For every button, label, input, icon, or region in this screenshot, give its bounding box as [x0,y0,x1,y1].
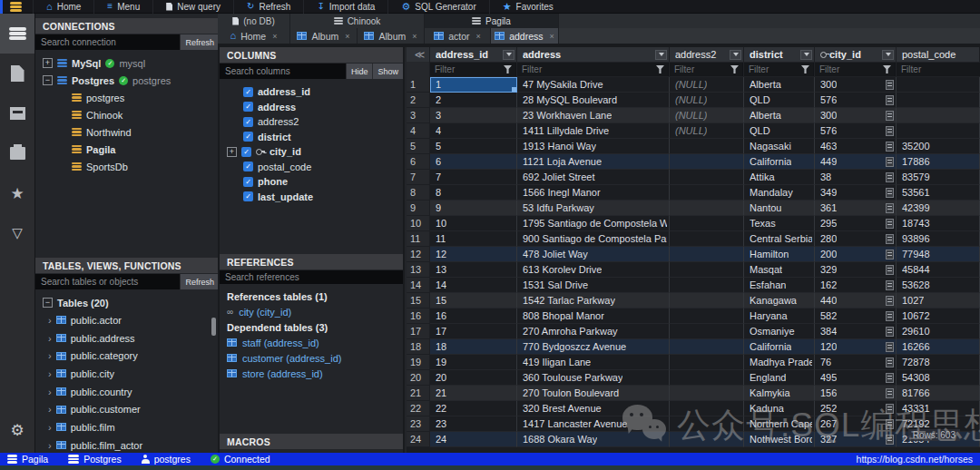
grid-cell-postal_code[interactable] [897,108,980,123]
grid-cell-postal_code[interactable]: 93896 [897,231,980,247]
grid-cell-address_id[interactable]: 7 [430,170,517,185]
refresh-tables-button[interactable]: Refresh [180,274,219,289]
tab-group-nodb[interactable]: (no DB) [218,14,290,28]
show-columns-button[interactable]: Show [372,64,403,79]
grid-cell-postal_code[interactable]: 77948 [897,247,980,262]
grid-cell-address[interactable]: 1417 Lancaster Avenue [517,416,670,432]
grid-cell-address2[interactable] [670,139,744,154]
grid-cell-address2[interactable] [670,247,744,262]
grid-cell-address2[interactable] [670,432,744,447]
grid-cell-district[interactable]: Nantou [744,201,815,216]
sidebar-item-favorites[interactable]: ★ [0,173,34,213]
table-item-country[interactable]: public.country [35,383,219,401]
grid-cell-city_id[interactable]: 576 [815,93,897,108]
tab-home[interactable]: ⌂Home× [218,28,290,44]
grid-cell-postal_code[interactable]: 29610 [897,324,980,339]
status-database[interactable]: Pagila [7,454,48,465]
grid-cell-district[interactable]: Mandalay [744,185,815,201]
grid-cell-address_id[interactable]: 13 [430,262,517,278]
row-number[interactable]: 16 [407,308,430,324]
grid-cell-address2[interactable] [670,416,744,432]
grid-cell-city_id[interactable]: 349 [815,185,897,201]
grid-cell-district[interactable]: Alberta [744,108,815,123]
grid-cell-district[interactable]: QLD [744,123,815,139]
column-header-address_id[interactable]: address_id [430,47,517,62]
grid-cell-address[interactable]: 360 Toulouse Parkway [517,370,670,386]
row-number[interactable]: 18 [407,339,430,355]
grid-cell-postal_code[interactable] [897,77,980,93]
column-header-address2[interactable]: address2 [670,47,744,62]
close-icon[interactable]: × [412,32,416,41]
row-number[interactable]: 23 [407,416,430,432]
grid-cell-address2[interactable] [670,154,744,170]
column-item-address[interactable]: ✓address [220,100,403,115]
connection-item-postgres[interactable]: −Postgres✓postgres [35,72,219,89]
grid-cell-city_id[interactable]: 384 [815,324,897,339]
row-number[interactable]: 12 [407,247,430,262]
sidebar-item-history[interactable] [0,133,34,173]
grid-cell-address[interactable]: 270 Amroha Parkway [517,324,670,339]
grid-cell-district[interactable]: Central Serbia [744,231,815,247]
grid-cell-address[interactable]: 692 Joliet Street [517,170,670,185]
table-item-actor[interactable]: public.actor [35,311,219,329]
grid-cell-address2[interactable] [670,401,744,416]
grid-cell-address[interactable]: 419 Iligan Lane [517,355,670,370]
grid-cell-address_id[interactable]: 14 [430,278,517,293]
grid-cell-city_id[interactable]: 295 [815,216,897,231]
search-tables-input[interactable] [35,274,180,289]
grid-cell-address_id[interactable]: 5 [430,139,517,154]
column-item-postal_code[interactable]: ✓postal_code [220,160,403,175]
close-icon[interactable]: × [272,32,277,41]
grid-cell-district[interactable]: Kalmykia [744,386,815,401]
row-number[interactable]: 11 [407,231,430,247]
menu-item-new-query[interactable]: New query [152,0,233,14]
tab-group-chinook[interactable]: Chinook [290,14,425,28]
grid-cell-city_id[interactable]: 76 [815,355,897,370]
grid-cell-address_id[interactable]: 6 [430,154,517,170]
grid-cell-address[interactable]: 808 Bhopal Manor [517,308,670,324]
grid-cell-postal_code[interactable]: 16266 [897,339,980,355]
grid-cell-address[interactable]: 28 MySQL Boulevard [517,93,670,108]
grid-cell-address_id[interactable]: 1 [430,77,517,93]
row-number[interactable]: 8 [407,185,430,201]
status-connection[interactable]: Postgres [68,454,121,465]
grid-cell-address[interactable]: 900 Santiago de Compostela Parkway [517,231,670,247]
grid-cell-postal_code[interactable]: 42399 [897,201,980,216]
tables-scrollbar-thumb[interactable] [211,318,216,336]
row-number[interactable]: 17 [407,324,430,339]
grid-cell-address_id[interactable]: 20 [430,370,517,386]
grid-cell-address_id[interactable]: 15 [430,293,517,308]
menu-item-sql-generator[interactable]: ⚙SQL Generator [387,0,488,14]
menu-item-home[interactable]: ⌂Home [33,0,93,14]
grid-cell-address2[interactable]: (NULL) [670,108,744,123]
grid-cell-district[interactable]: Alberta [744,77,815,93]
menu-item-refresh[interactable]: ↻Refresh [233,0,303,14]
search-references-input[interactable]: Search references [220,270,403,284]
row-number[interactable]: 4 [407,123,430,139]
grid-cell-city_id[interactable]: 200 [815,247,897,262]
grid-cell-address2[interactable] [670,216,744,231]
grid-cell-address[interactable]: 478 Joliet Way [517,247,670,262]
reference-link-store[interactable]: store (address_id) [220,366,403,381]
grid-cell-postal_code[interactable]: 17886 [897,154,980,170]
table-item-city[interactable]: public.city [35,365,219,383]
grid-cell-city_id[interactable]: 38 [815,170,897,185]
filter-input[interactable] [744,64,799,74]
filter-input[interactable] [815,64,881,74]
row-number[interactable]: 7 [407,170,430,185]
grid-cell-address[interactable]: 770 Bydgoszcz Avenue [517,339,670,355]
connection-item-postgres[interactable]: postgres [35,89,219,106]
grid-cell-address2[interactable] [670,339,744,355]
grid-cell-address2[interactable] [670,324,744,339]
close-icon[interactable]: × [476,32,481,41]
grid-cell-city_id[interactable]: 156 [815,386,897,401]
close-icon[interactable]: × [345,32,349,41]
grid-cell-address2[interactable]: (NULL) [670,123,744,139]
grid-cell-address_id[interactable]: 23 [430,416,517,432]
grid-cell-postal_code[interactable]: 35200 [897,139,980,154]
grid-cell-address2[interactable] [670,231,744,247]
menu-item-favorites[interactable]: ★Favorites [489,0,566,14]
grid-cell-district[interactable]: Nagasaki [744,139,815,154]
grid-cell-postal_code[interactable]: 18743 [897,216,980,231]
table-item-film[interactable]: public.film [35,418,219,436]
